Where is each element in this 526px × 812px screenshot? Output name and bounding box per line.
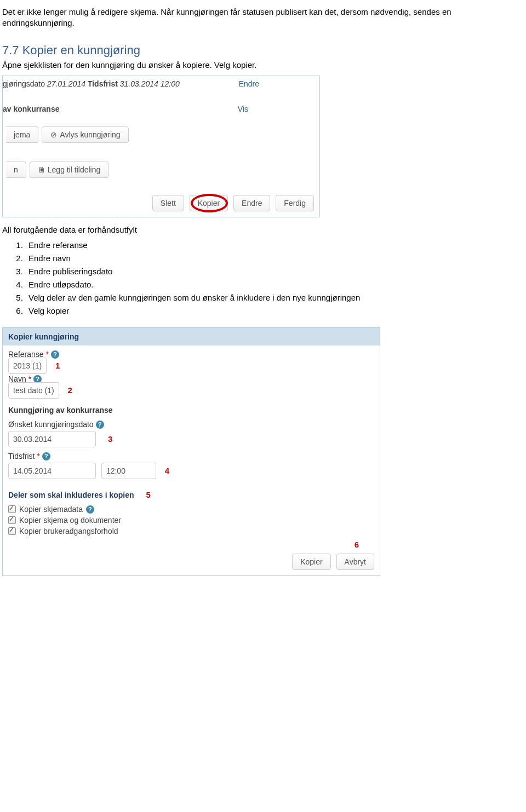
button-label: Legg til tildeling: [48, 165, 101, 174]
kopier-button[interactable]: Kopier: [292, 554, 330, 570]
label-text: av konkurranse: [3, 105, 60, 113]
referanse-input[interactable]: 2013 (1): [8, 358, 47, 374]
list-item: Endre referanse: [25, 239, 515, 252]
avbryt-button[interactable]: Avbryt: [336, 554, 374, 570]
checkbox-label: Kopier skjema og dokumenter: [19, 516, 121, 525]
screenshot-checklist: gjøringsdato 27.01.2014 Tidsfrist 31.03.…: [2, 76, 320, 217]
list-item: Velg kopier: [25, 304, 515, 318]
legg-til-tildeling-button[interactable]: 🗎Legg til tildeling: [30, 162, 109, 178]
n-button[interactable]: n: [6, 162, 26, 178]
mid-text: All forutgående data er forhåndsutfylt: [2, 225, 515, 234]
list-item: Endre publiseringsdato: [25, 265, 515, 278]
navn-input[interactable]: test dato (1): [8, 382, 59, 399]
label-text: gjøringsdato: [3, 79, 45, 88]
tidsfrist-label: Tidsfrist: [8, 452, 35, 460]
screenshot-form: Kopier kunngjøring Referanse * ? 2013 (1…: [2, 327, 380, 576]
checkbox-brukeradgang[interactable]: [8, 527, 16, 535]
document-icon: 🗎: [38, 165, 45, 174]
ferdig-button[interactable]: Ferdig: [276, 195, 314, 211]
annotation-6: 6: [355, 540, 359, 549]
help-icon[interactable]: ?: [51, 350, 59, 359]
help-icon[interactable]: ?: [96, 421, 104, 429]
section-heading: 7.7 Kopier en kunngjøring: [2, 43, 515, 57]
section-subtext: Åpne sjekklisten for den kunngjøring du …: [2, 60, 515, 71]
onsket-dato-label: Ønsket kunngjøringsdato: [8, 420, 94, 429]
annotation-1: 1: [55, 361, 60, 370]
tidsfrist-label: Tidsfrist: [88, 79, 118, 88]
endre-button[interactable]: Endre: [233, 195, 270, 211]
endre-link[interactable]: Endre: [239, 79, 259, 88]
jema-button[interactable]: jema: [6, 126, 38, 143]
list-item: Endre utløpsdato.: [25, 278, 515, 291]
help-icon[interactable]: ?: [86, 505, 94, 514]
checkbox-label: Kopier brukeradgangsforhold: [19, 527, 118, 535]
cancel-icon: ⊘: [50, 130, 58, 139]
button-label: Avlys kunngjøring: [60, 130, 120, 139]
checkbox-label: Kopier skjemadata: [19, 505, 83, 514]
list-item: Velg deler av den gamle kunngjøringen so…: [25, 291, 515, 304]
slett-button[interactable]: Slett: [152, 195, 184, 211]
vis-link[interactable]: Vis: [238, 105, 248, 113]
annotation-3: 3: [108, 434, 112, 444]
annotation-2: 2: [68, 385, 72, 395]
tidsfrist-date-input[interactable]: 14.05.2014: [8, 463, 96, 479]
onsket-dato-input[interactable]: 30.03.2014: [8, 431, 96, 447]
form-header: Kopier kunngjøring: [3, 327, 380, 345]
list-item: Endre navn: [25, 252, 515, 265]
avlys-kunngjoring-button[interactable]: ⊘Avlys kunngjøring: [42, 126, 128, 143]
checkbox-skjema-dokumenter[interactable]: [8, 516, 16, 524]
tidsfrist-value: 31.03.2014 12:00: [120, 79, 180, 88]
required-mark: *: [46, 350, 49, 359]
annotation-4: 4: [165, 466, 169, 475]
kopier-button[interactable]: Kopier: [190, 195, 228, 211]
intro-paragraph: Det er ikke lenger mulig å redigere skje…: [2, 7, 515, 29]
checkbox-skjemadata[interactable]: [8, 505, 16, 513]
required-mark: *: [37, 452, 39, 460]
subheading-deler: Deler som skal inkluderes i kopien: [8, 491, 134, 499]
steps-list: Endre referanse Endre navn Endre publise…: [25, 239, 515, 318]
annotation-5: 5: [146, 490, 150, 499]
help-icon[interactable]: ?: [42, 452, 50, 460]
date-value: 27.01.2014: [47, 79, 85, 88]
tidsfrist-time-input[interactable]: 12:00: [101, 463, 156, 479]
subheading-konkurranse: Kunngjøring av konkurranse: [8, 406, 374, 414]
